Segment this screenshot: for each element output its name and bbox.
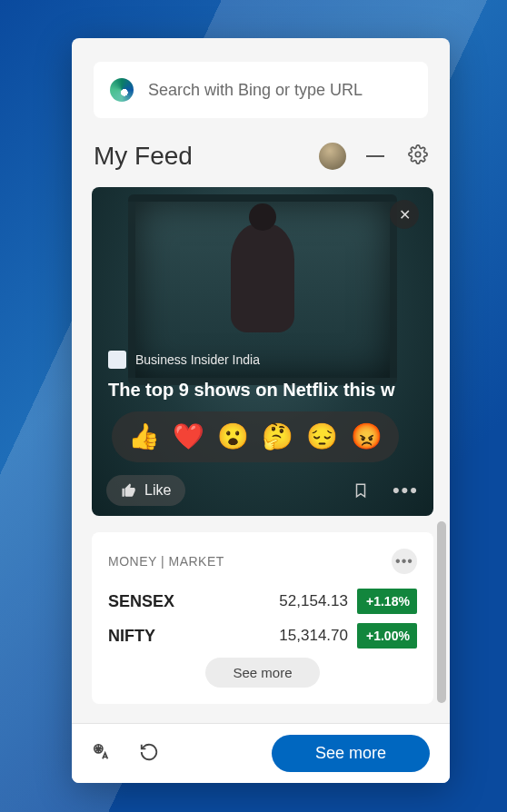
translate-icon[interactable]: [92, 742, 112, 766]
refresh-icon[interactable]: [139, 742, 159, 766]
news-widget: Search with Bing or type URL My Feed ✕ B…: [72, 38, 450, 783]
minimize-icon[interactable]: [366, 155, 384, 157]
svg-point-0: [415, 152, 421, 157]
reaction-thinking-icon[interactable]: 🤔: [262, 424, 293, 450]
feed-scroll-area[interactable]: ✕ Business Insider India The top 9 shows…: [72, 187, 450, 723]
stock-row-sensex[interactable]: SENSEX 52,154.13 +1.18%: [108, 589, 417, 614]
news-card[interactable]: ✕ Business Insider India The top 9 shows…: [92, 187, 433, 516]
card-actions: Like •••: [92, 465, 433, 516]
edge-logo-icon: [110, 78, 134, 102]
stock-value: 15,314.70: [264, 627, 348, 645]
stock-name: SENSEX: [108, 592, 255, 611]
user-avatar[interactable]: [319, 143, 346, 170]
like-label: Like: [144, 482, 171, 499]
stock-value: 52,154.13: [264, 592, 348, 610]
news-headline: The top 9 shows on Netflix this w: [108, 378, 417, 402]
reactions-bar: 👍 ❤️ 😮 🤔 😔 😡: [112, 411, 399, 462]
market-card: MONEY | MARKET ••• SENSEX 52,154.13 +1.1…: [92, 532, 433, 704]
like-button[interactable]: Like: [106, 475, 185, 506]
search-placeholder: Search with Bing or type URL: [148, 81, 363, 100]
widget-footer: See more: [72, 723, 450, 783]
reaction-thumbs-up-icon[interactable]: 👍: [128, 424, 160, 450]
scrollbar-thumb[interactable]: [437, 521, 446, 703]
card-more-icon[interactable]: •••: [393, 479, 419, 502]
reaction-heart-icon[interactable]: ❤️: [173, 424, 204, 450]
market-see-more-button[interactable]: See more: [205, 658, 320, 688]
feed-title: My Feed: [94, 142, 319, 171]
reaction-wow-icon[interactable]: 😮: [217, 424, 249, 450]
stock-name: NIFTY: [108, 627, 255, 646]
reaction-angry-icon[interactable]: 😡: [351, 424, 383, 450]
stock-change-badge: +1.00%: [357, 623, 417, 649]
settings-icon[interactable]: [408, 144, 428, 168]
feed-header: My Feed: [94, 142, 428, 171]
close-icon[interactable]: ✕: [390, 200, 419, 229]
source-logo-icon: [108, 351, 126, 369]
see-more-button[interactable]: See more: [272, 735, 430, 772]
stock-change-badge: +1.18%: [357, 589, 417, 614]
news-source-row: Business Insider India: [108, 351, 260, 369]
reaction-sad-icon[interactable]: 😔: [306, 424, 338, 450]
search-bar[interactable]: Search with Bing or type URL: [94, 62, 428, 118]
news-source: Business Insider India: [135, 352, 260, 367]
bookmark-icon[interactable]: [353, 480, 369, 500]
market-section-label: MONEY | MARKET: [108, 554, 392, 569]
market-more-icon[interactable]: •••: [392, 549, 417, 574]
stock-row-nifty[interactable]: NIFTY 15,314.70 +1.00%: [108, 623, 417, 649]
